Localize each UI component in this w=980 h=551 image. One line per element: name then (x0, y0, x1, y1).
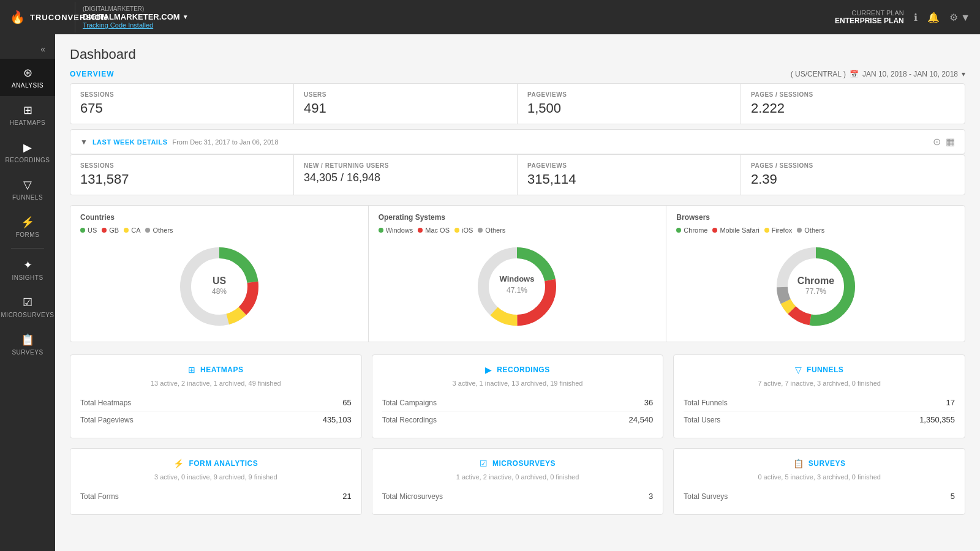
microsurveys-row-total: Total Microsurveys 3 (382, 488, 654, 504)
widget-heatmaps: ⊞ HEATMAPS 13 active, 2 inactive, 1 arch… (70, 354, 362, 438)
funnels-icon: ▽ (23, 178, 32, 192)
legend-dot-others-os (478, 228, 483, 233)
heatmaps-widget-icon: ⊞ (188, 365, 195, 375)
heatmaps-widget-sub: 13 active, 2 inactive, 1 archived, 49 fi… (80, 380, 352, 387)
funnels-row-total: Total Funnels 17 (684, 394, 955, 411)
surveys-row-total: Total Surveys 5 (684, 488, 955, 504)
legend-ca: CA (124, 227, 140, 234)
sidebar-recordings-label: RECORDINGS (6, 157, 50, 163)
last-week-dates: From Dec 31, 2017 to Jan 06, 2018 (172, 138, 278, 146)
recordings-widget-sub: 3 active, 1 inactive, 13 archived, 19 fi… (382, 380, 654, 387)
last-week-label: LAST WEEK DETAILS (92, 138, 168, 146)
microsurveys-widget-sub: 1 active, 2 inactive, 0 archived, 0 fini… (382, 473, 654, 481)
last-week-toggle[interactable]: ▼ (80, 138, 88, 146)
stat-users-label: USERS (304, 91, 507, 98)
last-week-bar: ▼ LAST WEEK DETAILS From Dec 31, 2017 to… (70, 129, 965, 154)
sidebar-item-surveys[interactable]: 📋 SURVEYS (0, 326, 55, 363)
sidebar-item-recordings[interactable]: ▶ RECORDINGS (0, 133, 55, 171)
surveys-widget-sub: 0 active, 5 inactive, 3 archived, 0 fini… (684, 473, 955, 481)
sidebar: « ⊛ ANALYSIS ⊞ HEATMAPS ▶ RECORDINGS ▽ F… (0, 34, 55, 551)
widget-surveys-header: 📋 SURVEYS (684, 459, 955, 468)
domain-dropdown-arrow[interactable]: ▼ (183, 13, 189, 20)
total-surveys-label: Total Surveys (684, 492, 728, 501)
sidebar-item-heatmaps[interactable]: ⊞ HEATMAPS (0, 96, 55, 133)
legend-dot-gb (102, 228, 107, 233)
recordings-row-campaigns: Total Campaigns 36 (382, 394, 654, 411)
notification-icon[interactable]: 🔔 (927, 12, 940, 23)
logo-icon: 🔥 (10, 10, 25, 24)
total-users-label: Total Users (684, 416, 720, 424)
widget-funnels-header: ▽ FUNNELS (684, 365, 955, 375)
domain-label: (DIGITALMARKETER) (83, 6, 189, 12)
widgets-row2: ⚡ FORM ANALYTICS 3 active, 0 inactive, 9… (70, 448, 965, 515)
info-icon[interactable]: ℹ (914, 12, 918, 23)
settings-icon[interactable]: ⚙ ▼ (949, 12, 970, 23)
lw-new-returning-value: 34,305 / 16,948 (304, 171, 507, 184)
total-users-value: 1,350,355 (919, 415, 955, 424)
total-heatmaps-value: 65 (342, 398, 351, 407)
total-campaigns-label: Total Campaigns (382, 399, 437, 407)
chart-countries-title: Countries (80, 213, 358, 222)
tracking-code-link[interactable]: Tracking Code Installed (83, 21, 189, 29)
widget-surveys: 📋 SURVEYS 0 active, 5 inactive, 3 archiv… (673, 448, 965, 515)
stat-users-value: 491 (304, 100, 507, 116)
legend-dot-us (80, 228, 85, 233)
legend-macos: Mac OS (418, 227, 450, 234)
stat-pages-sessions-value: 2.222 (751, 100, 955, 116)
sidebar-item-insights[interactable]: ✦ INSIGHTS (0, 251, 55, 288)
total-heatmaps-label: Total Heatmaps (80, 399, 131, 407)
total-funnels-value: 17 (946, 398, 955, 407)
sidebar-item-funnels[interactable]: ▽ FUNNELS (0, 171, 55, 208)
insights-icon: ✦ (23, 258, 32, 272)
sidebar-item-analysis[interactable]: ⊛ ANALYSIS (0, 59, 55, 96)
analysis-icon: ⊛ (23, 66, 32, 80)
sidebar-item-forms[interactable]: ⚡ FORMS (0, 208, 55, 246)
lw-sessions-label: SESSIONS (80, 162, 284, 169)
recordings-row-total: Total Recordings 24,540 (382, 411, 654, 428)
date-dropdown-arrow[interactable]: ▾ (962, 70, 965, 78)
timezone-label: ( US/CENTRAL ) (791, 70, 846, 78)
chart-bar-icon[interactable]: ▦ (946, 136, 955, 148)
stat-sessions: SESSIONS 675 (70, 84, 294, 124)
main-content: Dashboard OVERVIEW ( US/CENTRAL ) 📅 JAN … (55, 34, 980, 551)
legend-others-browsers: Others (797, 227, 824, 234)
total-microsurveys-value: 3 (649, 492, 653, 501)
calendar-icon: 📅 (850, 70, 859, 78)
browsers-legend: Chrome Mobile Safari Firefox Others (676, 227, 955, 234)
recordings-widget-icon: ▶ (485, 365, 492, 375)
chart-circle-icon[interactable]: ⊙ (933, 136, 941, 148)
lw-stat-pages-sessions: PAGES / SESSIONS 2.39 (741, 155, 965, 195)
sidebar-item-microsurveys[interactable]: ☑ MICROSURVEYS (0, 288, 55, 326)
sidebar-forms-label: FORMS (16, 231, 40, 238)
widget-form-analytics-header: ⚡ FORM ANALYTICS (80, 459, 352, 468)
date-range[interactable]: ( US/CENTRAL ) 📅 JAN 10, 2018 - JAN 10, … (791, 70, 965, 78)
heatmaps-widget-title: HEATMAPS (200, 365, 243, 374)
legend-us: US (80, 227, 97, 234)
legend-others-countries: Others (145, 227, 173, 234)
form-analytics-widget-icon: ⚡ (173, 459, 184, 468)
microsurveys-widget-title: MICROSURVEYS (492, 459, 556, 468)
surveys-widget-icon: 📋 (793, 459, 804, 468)
funnels-widget-sub: 7 active, 7 inactive, 3 archived, 0 fini… (684, 380, 955, 387)
total-recordings-label: Total Recordings (382, 416, 437, 424)
total-surveys-value: 5 (951, 492, 955, 501)
recordings-icon: ▶ (23, 141, 32, 154)
funnels-widget-title: FUNNELS (807, 365, 843, 374)
surveys-widget-title: SURVEYS (809, 459, 846, 468)
stat-pages-sessions: PAGES / SESSIONS 2.222 (741, 84, 965, 124)
microsurveys-icon: ☑ (23, 296, 32, 309)
stat-users: USERS 491 (294, 84, 518, 124)
last-week-icons: ⊙ ▦ (933, 136, 955, 148)
domain-selector[interactable]: (DIGITALMARKETER) DIGITALMARKETER.COM ▼ … (75, 2, 196, 32)
total-pageviews-value: 435,103 (323, 415, 352, 424)
legend-chrome: Chrome (676, 227, 707, 234)
stat-pages-sessions-label: PAGES / SESSIONS (751, 91, 955, 98)
widget-recordings-header: ▶ RECORDINGS (382, 365, 654, 375)
chart-os-title: Operating Systems (379, 213, 657, 222)
sidebar-toggle[interactable]: « (36, 39, 50, 59)
widget-recordings: ▶ RECORDINGS 3 active, 1 inactive, 13 ar… (372, 354, 664, 438)
overview-header: OVERVIEW ( US/CENTRAL ) 📅 JAN 10, 2018 -… (70, 70, 965, 78)
legend-dot-firefox (764, 228, 769, 233)
widgets-row1: ⊞ HEATMAPS 13 active, 2 inactive, 1 arch… (70, 354, 965, 438)
funnels-widget-icon: ▽ (795, 365, 802, 375)
